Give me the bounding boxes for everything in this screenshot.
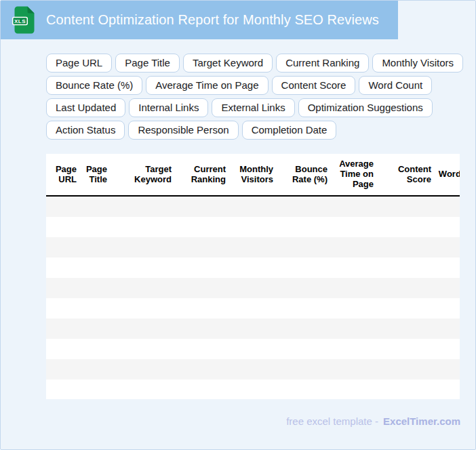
chip-monthly-visitors[interactable]: Monthly Visitors xyxy=(372,54,463,73)
table-cell-empty xyxy=(334,196,380,217)
table-cell-empty xyxy=(380,196,438,217)
table-row xyxy=(46,359,460,380)
table-cell-empty xyxy=(46,319,83,339)
chip-word-count[interactable]: Word Count xyxy=(359,76,432,95)
table-cell-empty xyxy=(334,298,380,319)
chip-average-time-on-page[interactable]: Average Time on Page xyxy=(146,76,268,95)
table-cell-empty xyxy=(233,258,280,278)
table-cell-empty xyxy=(46,237,83,258)
table-cell-empty xyxy=(438,258,460,278)
table-cell-empty xyxy=(233,196,280,217)
report-table: Page URL Page Title Target Keyword Curre… xyxy=(46,154,460,399)
table-cell-empty xyxy=(83,258,114,278)
table-cell-empty xyxy=(178,339,233,359)
table-cell-empty xyxy=(233,237,280,258)
column-header-current-ranking: Current Ranking xyxy=(178,154,233,196)
table-cell-empty xyxy=(83,339,114,359)
table-row xyxy=(46,380,460,399)
chip-completion-date[interactable]: Completion Date xyxy=(242,121,337,140)
chip-external-links[interactable]: External Links xyxy=(212,98,294,117)
table-row xyxy=(46,278,460,298)
chip-last-updated[interactable]: Last Updated xyxy=(46,98,125,117)
table-cell-empty xyxy=(334,380,380,399)
table-header-row: Page URL Page Title Target Keyword Curre… xyxy=(46,154,460,196)
page-title: Content Optimization Report for Monthly … xyxy=(46,12,379,28)
table-cell-empty xyxy=(438,359,460,380)
chip-responsible-person[interactable]: Responsible Person xyxy=(128,121,238,140)
table-cell-empty xyxy=(233,298,280,319)
table-cell-empty xyxy=(233,319,280,339)
table-cell-empty xyxy=(280,380,334,399)
chip-content-score[interactable]: Content Score xyxy=(272,76,356,95)
table-cell-empty xyxy=(46,258,83,278)
table-cell-empty xyxy=(280,319,334,339)
table-cell-empty xyxy=(83,298,114,319)
table-cell-empty xyxy=(280,217,334,237)
table-cell-empty xyxy=(380,359,438,380)
column-header-monthly-visitors: Monthly Visitors xyxy=(233,154,280,196)
chip-optimization-suggestions[interactable]: Optimization Suggestions xyxy=(298,98,433,117)
table-cell-empty xyxy=(83,237,114,258)
table-row xyxy=(46,196,460,217)
table-cell-empty xyxy=(178,298,233,319)
table-cell-empty xyxy=(46,298,83,319)
table-cell-empty xyxy=(380,298,438,319)
column-header-target-keyword: Target Keyword xyxy=(114,154,178,196)
xls-file-icon: XLS xyxy=(12,6,35,34)
table-cell-empty xyxy=(438,380,460,399)
table-cell-empty xyxy=(233,278,280,298)
table-cell-empty xyxy=(83,196,114,217)
column-header-content-score: Content Score xyxy=(380,154,438,196)
table-cell-empty xyxy=(280,278,334,298)
table-cell-empty xyxy=(438,217,460,237)
table-cell-empty xyxy=(178,359,233,380)
table-cell-empty xyxy=(380,237,438,258)
table-cell-empty xyxy=(438,339,460,359)
chip-target-keyword[interactable]: Target Keyword xyxy=(183,54,273,73)
footer-brand-link[interactable]: ExcelTimer.com xyxy=(383,415,460,427)
table-cell-empty xyxy=(438,196,460,217)
chip-action-status[interactable]: Action Status xyxy=(46,121,125,140)
table-row xyxy=(46,339,460,359)
chip-internal-links[interactable]: Internal Links xyxy=(129,98,208,117)
xls-icon-label: XLS xyxy=(14,18,26,24)
chip-row-3: Last Updated Internal Links External Lin… xyxy=(46,98,463,117)
table-cell-empty xyxy=(114,339,178,359)
chip-page-url[interactable]: Page URL xyxy=(46,54,112,73)
footer: free excel template -ExcelTimer.com xyxy=(286,415,460,427)
table-row xyxy=(46,237,460,258)
table-row xyxy=(46,217,460,237)
table-cell-empty xyxy=(46,196,83,217)
table-cell-empty xyxy=(83,217,114,237)
table-cell-empty xyxy=(114,380,178,399)
table-cell-empty xyxy=(114,217,178,237)
table-cell-empty xyxy=(233,339,280,359)
table-cell-empty xyxy=(280,237,334,258)
table-cell-empty xyxy=(178,319,233,339)
chip-current-ranking[interactable]: Current Ranking xyxy=(276,54,369,73)
table-cell-empty xyxy=(380,258,438,278)
column-header-page-title: Page Title xyxy=(83,154,114,196)
table-cell-empty xyxy=(233,380,280,399)
column-header-page-url: Page URL xyxy=(46,154,83,196)
table-cell-empty xyxy=(380,339,438,359)
table-cell-empty xyxy=(83,319,114,339)
table-cell-empty xyxy=(438,237,460,258)
table-cell-empty xyxy=(334,217,380,237)
table-cell-empty xyxy=(380,217,438,237)
page: XLS Content Optimization Report for Mont… xyxy=(0,0,476,450)
chip-page-title[interactable]: Page Title xyxy=(115,54,180,73)
table-cell-empty xyxy=(114,258,178,278)
table-cell-empty xyxy=(114,359,178,380)
table-cell-empty xyxy=(380,319,438,339)
table-cell-empty xyxy=(438,278,460,298)
table-cell-empty xyxy=(280,339,334,359)
chip-row-2: Bounce Rate (%) Average Time on Page Con… xyxy=(46,76,463,95)
table-cell-empty xyxy=(178,237,233,258)
table-cell-empty xyxy=(280,298,334,319)
table-cell-empty xyxy=(178,258,233,278)
chip-bounce-rate[interactable]: Bounce Rate (%) xyxy=(46,76,142,95)
table-cell-empty xyxy=(178,380,233,399)
table-cell-empty xyxy=(334,237,380,258)
table-cell-empty xyxy=(46,359,83,380)
